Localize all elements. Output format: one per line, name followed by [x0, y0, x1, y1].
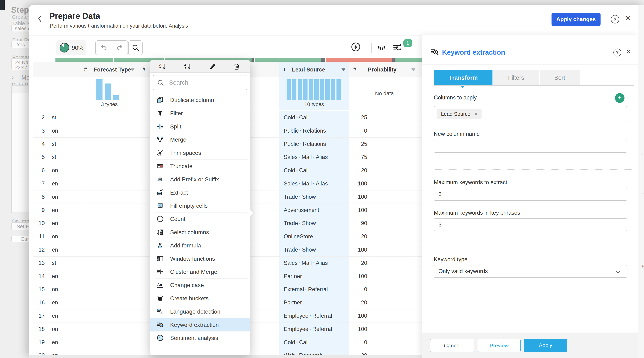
- menu-item-select-columns[interactable]: Select columns: [150, 226, 250, 239]
- edit-pencil-icon[interactable]: [209, 63, 217, 70]
- panel-title: Keyword extraction: [442, 49, 505, 56]
- close-icon[interactable]: ✕: [624, 14, 631, 23]
- cell-forecast-fragment: on: [52, 128, 58, 134]
- row-number: 13: [33, 260, 45, 266]
- fill-icon: [156, 202, 164, 209]
- menu-item-window-functions[interactable]: Window functions: [150, 252, 250, 265]
- cell-probability: 25.: [315, 141, 369, 147]
- cancel-button[interactable]: Cancel: [430, 339, 474, 352]
- cell-forecast-fragment: en: [52, 207, 58, 213]
- tab-sort[interactable]: Sort: [540, 70, 580, 85]
- bg-format-box: 24 No 22:47: [11, 58, 29, 70]
- tab-transform[interactable]: Transform: [434, 70, 492, 85]
- apply-button[interactable]: Apply: [524, 339, 567, 352]
- chip-remove-icon[interactable]: ✕: [470, 111, 478, 117]
- language-icon: A: [156, 308, 164, 315]
- row-number: 14: [33, 273, 45, 280]
- cell-forecast-fragment: on: [52, 326, 58, 332]
- max-keywords-input[interactable]: 3: [434, 188, 627, 201]
- row-number: 10: [33, 220, 45, 227]
- menu-item-add-prefix-or-suffix[interactable]: Add Prefix or Suffix: [150, 173, 250, 186]
- svg-text:A: A: [184, 67, 186, 70]
- clipped-box: [640, 154, 644, 194]
- delete-trash-icon[interactable]: [233, 63, 240, 70]
- lead-source-chip[interactable]: Lead Source✕: [438, 109, 482, 119]
- cell-probability: 25.: [315, 114, 369, 121]
- bg-step-title: Step: [11, 5, 29, 15]
- bg-first-row-input: Yes: [11, 41, 29, 48]
- cell-probability: 100.: [315, 326, 369, 332]
- cell-forecast-fragment: en: [52, 339, 58, 346]
- cell-probability: 90.: [315, 220, 369, 227]
- cell-probability: 20.: [315, 167, 369, 174]
- cell-probability: 0.: [315, 339, 369, 346]
- menu-item-sentiment-analysis[interactable]: Sentiment analysis: [150, 331, 250, 344]
- menu-item-label: Create buckets: [170, 295, 208, 302]
- buckets-icon: [156, 295, 164, 302]
- panel-help-icon[interactable]: ?: [614, 49, 621, 56]
- menu-item-label: Change case: [170, 282, 204, 288]
- bg-preview-grid: [11, 85, 29, 213]
- menu-item-cluster-and-merge[interactable]: Cluster and Merge: [150, 265, 250, 278]
- keyword-extraction-icon: A: [430, 48, 439, 56]
- cell-probability: 0.: [315, 286, 369, 293]
- row-number: 3: [33, 128, 45, 134]
- menu-item-change-case[interactable]: AaChange case: [150, 278, 250, 292]
- add-column-button[interactable]: +: [615, 93, 624, 103]
- bg-step-subtitle: Create: [12, 14, 28, 20]
- menu-item-trim-spaces[interactable]: Trim spaces: [150, 146, 250, 159]
- column-divider: [415, 77, 416, 354]
- menu-item-language-detection[interactable]: ALanguage detection: [150, 305, 250, 318]
- menu-item-add-formula[interactable]: Add formula: [150, 239, 250, 252]
- menu-item-create-buckets[interactable]: Create buckets: [150, 292, 250, 305]
- columns-to-apply-field[interactable]: Lead Source✕: [434, 106, 627, 121]
- bg-cancel-button: Car: [11, 236, 29, 242]
- row-number: 19: [33, 339, 45, 346]
- cell-probability: 100.: [315, 181, 369, 187]
- row-number: 5: [33, 154, 45, 160]
- duplicate-icon: [156, 96, 164, 104]
- search-icon: [157, 79, 164, 87]
- menu-item-fill-empty-cells[interactable]: Fill empty cells: [150, 199, 250, 212]
- tab-filters[interactable]: Filters: [493, 70, 539, 85]
- menu-item-count[interactable]: Count: [150, 212, 250, 226]
- menu-item-extract[interactable]: Extract: [150, 186, 250, 199]
- menu-item-label: Add formula: [170, 242, 201, 249]
- preview-button[interactable]: Preview: [478, 339, 520, 352]
- trim-icon: [156, 149, 164, 156]
- max-phrases-input[interactable]: 3: [434, 218, 627, 231]
- menu-item-label: Trim spaces: [170, 150, 201, 156]
- section-divider: [434, 246, 633, 246]
- bg-format-line2: 22:47: [15, 65, 27, 70]
- sort-za-icon[interactable]: ZA: [184, 63, 192, 70]
- menu-item-keyword-extraction[interactable]: AKeyword extraction: [150, 318, 250, 331]
- menu-item-label: Duplicate column: [170, 97, 214, 103]
- menu-item-label: Split: [170, 123, 181, 130]
- panel-close-icon[interactable]: ✕: [626, 48, 631, 56]
- row-number: 16: [33, 299, 45, 306]
- row-number: 6: [33, 167, 45, 174]
- menu-search-input[interactable]: Search: [152, 75, 247, 90]
- menu-item-truncate[interactable]: Truncate: [150, 159, 250, 173]
- menu-item-label: Language detection: [170, 308, 220, 315]
- max-phrases-label: Maximum keywords in key phrases: [434, 210, 520, 216]
- row-number: 2: [33, 114, 45, 121]
- sort-az-icon[interactable]: AZ: [159, 63, 166, 70]
- menu-item-filter[interactable]: Filter: [150, 107, 250, 120]
- row-number: 9: [33, 207, 45, 213]
- cell-forecast-fragment: en: [52, 181, 58, 187]
- help-icon[interactable]: ?: [611, 15, 619, 24]
- apply-changes-button[interactable]: Apply changes: [552, 13, 600, 26]
- menu-item-label: Filter: [170, 110, 183, 117]
- keyword-type-value: Only valid keywords: [438, 268, 488, 274]
- menu-item-label: Select columns: [170, 229, 209, 236]
- cell-forecast-fragment: en: [52, 220, 58, 227]
- chip-label: Lead Source: [441, 111, 470, 117]
- menu-item-duplicate-column[interactable]: Duplicate column: [150, 93, 250, 107]
- panel-footer: Cancel Preview Apply: [422, 332, 638, 358]
- new-column-name-input[interactable]: [434, 140, 627, 153]
- cell-probability: 100.: [315, 313, 369, 319]
- menu-item-split[interactable]: Split: [150, 120, 250, 133]
- menu-item-merge[interactable]: Merge: [150, 133, 250, 146]
- keyword-type-select[interactable]: Only valid keywords: [434, 265, 627, 278]
